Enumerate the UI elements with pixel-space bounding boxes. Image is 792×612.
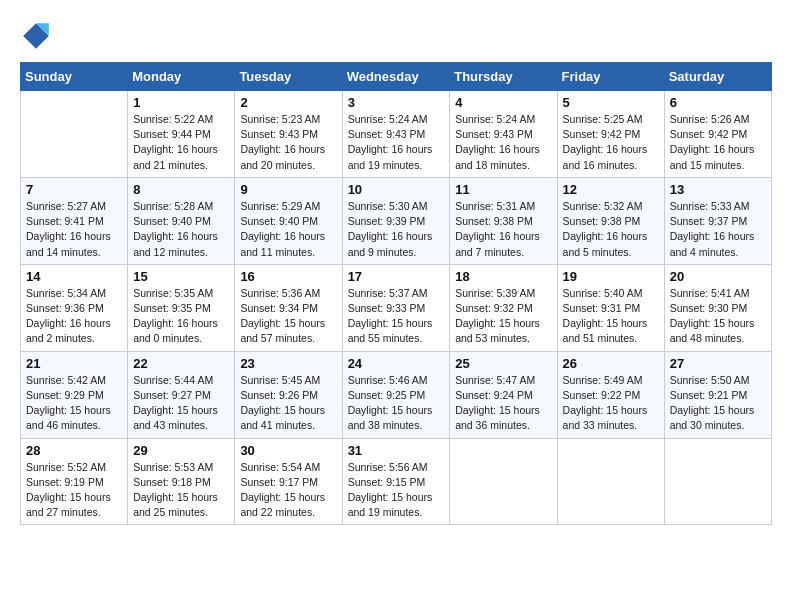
calendar-cell: 27Sunrise: 5:50 AM Sunset: 9:21 PM Dayli… [664, 351, 771, 438]
day-number: 15 [133, 269, 229, 284]
day-number: 27 [670, 356, 766, 371]
day-info: Sunrise: 5:28 AM Sunset: 9:40 PM Dayligh… [133, 199, 229, 260]
calendar-cell: 10Sunrise: 5:30 AM Sunset: 9:39 PM Dayli… [342, 177, 450, 264]
day-info: Sunrise: 5:35 AM Sunset: 9:35 PM Dayligh… [133, 286, 229, 347]
day-info: Sunrise: 5:34 AM Sunset: 9:36 PM Dayligh… [26, 286, 122, 347]
calendar-cell [21, 91, 128, 178]
day-number: 28 [26, 443, 122, 458]
calendar-cell: 18Sunrise: 5:39 AM Sunset: 9:32 PM Dayli… [450, 264, 557, 351]
calendar-cell: 2Sunrise: 5:23 AM Sunset: 9:43 PM Daylig… [235, 91, 342, 178]
day-info: Sunrise: 5:54 AM Sunset: 9:17 PM Dayligh… [240, 460, 336, 521]
day-info: Sunrise: 5:25 AM Sunset: 9:42 PM Dayligh… [563, 112, 659, 173]
calendar-cell: 26Sunrise: 5:49 AM Sunset: 9:22 PM Dayli… [557, 351, 664, 438]
calendar-cell: 11Sunrise: 5:31 AM Sunset: 9:38 PM Dayli… [450, 177, 557, 264]
day-number: 3 [348, 95, 445, 110]
day-info: Sunrise: 5:52 AM Sunset: 9:19 PM Dayligh… [26, 460, 122, 521]
day-number: 17 [348, 269, 445, 284]
calendar-cell: 13Sunrise: 5:33 AM Sunset: 9:37 PM Dayli… [664, 177, 771, 264]
day-info: Sunrise: 5:32 AM Sunset: 9:38 PM Dayligh… [563, 199, 659, 260]
calendar-cell: 24Sunrise: 5:46 AM Sunset: 9:25 PM Dayli… [342, 351, 450, 438]
day-number: 11 [455, 182, 551, 197]
calendar-week-row: 1Sunrise: 5:22 AM Sunset: 9:44 PM Daylig… [21, 91, 772, 178]
day-info: Sunrise: 5:29 AM Sunset: 9:40 PM Dayligh… [240, 199, 336, 260]
calendar-cell: 3Sunrise: 5:24 AM Sunset: 9:43 PM Daylig… [342, 91, 450, 178]
day-number: 22 [133, 356, 229, 371]
day-number: 21 [26, 356, 122, 371]
day-info: Sunrise: 5:36 AM Sunset: 9:34 PM Dayligh… [240, 286, 336, 347]
day-number: 8 [133, 182, 229, 197]
calendar-table: SundayMondayTuesdayWednesdayThursdayFrid… [20, 62, 772, 525]
calendar-cell: 25Sunrise: 5:47 AM Sunset: 9:24 PM Dayli… [450, 351, 557, 438]
calendar-cell: 9Sunrise: 5:29 AM Sunset: 9:40 PM Daylig… [235, 177, 342, 264]
day-number: 16 [240, 269, 336, 284]
logo-icon [20, 20, 52, 52]
day-number: 5 [563, 95, 659, 110]
calendar-cell: 30Sunrise: 5:54 AM Sunset: 9:17 PM Dayli… [235, 438, 342, 525]
calendar-cell: 31Sunrise: 5:56 AM Sunset: 9:15 PM Dayli… [342, 438, 450, 525]
calendar-cell: 21Sunrise: 5:42 AM Sunset: 9:29 PM Dayli… [21, 351, 128, 438]
day-info: Sunrise: 5:53 AM Sunset: 9:18 PM Dayligh… [133, 460, 229, 521]
calendar-cell: 7Sunrise: 5:27 AM Sunset: 9:41 PM Daylig… [21, 177, 128, 264]
day-info: Sunrise: 5:24 AM Sunset: 9:43 PM Dayligh… [348, 112, 445, 173]
column-header-friday: Friday [557, 63, 664, 91]
day-info: Sunrise: 5:47 AM Sunset: 9:24 PM Dayligh… [455, 373, 551, 434]
day-info: Sunrise: 5:26 AM Sunset: 9:42 PM Dayligh… [670, 112, 766, 173]
calendar-cell: 19Sunrise: 5:40 AM Sunset: 9:31 PM Dayli… [557, 264, 664, 351]
calendar-cell: 29Sunrise: 5:53 AM Sunset: 9:18 PM Dayli… [128, 438, 235, 525]
calendar-week-row: 7Sunrise: 5:27 AM Sunset: 9:41 PM Daylig… [21, 177, 772, 264]
day-info: Sunrise: 5:46 AM Sunset: 9:25 PM Dayligh… [348, 373, 445, 434]
day-info: Sunrise: 5:56 AM Sunset: 9:15 PM Dayligh… [348, 460, 445, 521]
day-info: Sunrise: 5:42 AM Sunset: 9:29 PM Dayligh… [26, 373, 122, 434]
day-number: 1 [133, 95, 229, 110]
calendar-header-row: SundayMondayTuesdayWednesdayThursdayFrid… [21, 63, 772, 91]
day-info: Sunrise: 5:50 AM Sunset: 9:21 PM Dayligh… [670, 373, 766, 434]
calendar-week-row: 28Sunrise: 5:52 AM Sunset: 9:19 PM Dayli… [21, 438, 772, 525]
calendar-week-row: 21Sunrise: 5:42 AM Sunset: 9:29 PM Dayli… [21, 351, 772, 438]
day-number: 31 [348, 443, 445, 458]
calendar-cell [450, 438, 557, 525]
column-header-tuesday: Tuesday [235, 63, 342, 91]
day-number: 25 [455, 356, 551, 371]
day-number: 30 [240, 443, 336, 458]
day-number: 6 [670, 95, 766, 110]
day-number: 7 [26, 182, 122, 197]
calendar-cell [664, 438, 771, 525]
day-number: 12 [563, 182, 659, 197]
day-info: Sunrise: 5:22 AM Sunset: 9:44 PM Dayligh… [133, 112, 229, 173]
day-number: 20 [670, 269, 766, 284]
calendar-week-row: 14Sunrise: 5:34 AM Sunset: 9:36 PM Dayli… [21, 264, 772, 351]
calendar-cell: 15Sunrise: 5:35 AM Sunset: 9:35 PM Dayli… [128, 264, 235, 351]
day-info: Sunrise: 5:40 AM Sunset: 9:31 PM Dayligh… [563, 286, 659, 347]
day-info: Sunrise: 5:30 AM Sunset: 9:39 PM Dayligh… [348, 199, 445, 260]
day-info: Sunrise: 5:39 AM Sunset: 9:32 PM Dayligh… [455, 286, 551, 347]
day-number: 4 [455, 95, 551, 110]
column-header-sunday: Sunday [21, 63, 128, 91]
column-header-saturday: Saturday [664, 63, 771, 91]
day-number: 29 [133, 443, 229, 458]
day-number: 26 [563, 356, 659, 371]
day-info: Sunrise: 5:37 AM Sunset: 9:33 PM Dayligh… [348, 286, 445, 347]
calendar-cell: 20Sunrise: 5:41 AM Sunset: 9:30 PM Dayli… [664, 264, 771, 351]
logo [20, 20, 56, 52]
day-info: Sunrise: 5:49 AM Sunset: 9:22 PM Dayligh… [563, 373, 659, 434]
day-info: Sunrise: 5:33 AM Sunset: 9:37 PM Dayligh… [670, 199, 766, 260]
calendar-cell: 6Sunrise: 5:26 AM Sunset: 9:42 PM Daylig… [664, 91, 771, 178]
calendar-cell: 1Sunrise: 5:22 AM Sunset: 9:44 PM Daylig… [128, 91, 235, 178]
day-number: 14 [26, 269, 122, 284]
day-info: Sunrise: 5:23 AM Sunset: 9:43 PM Dayligh… [240, 112, 336, 173]
day-info: Sunrise: 5:44 AM Sunset: 9:27 PM Dayligh… [133, 373, 229, 434]
day-number: 13 [670, 182, 766, 197]
day-number: 24 [348, 356, 445, 371]
day-info: Sunrise: 5:27 AM Sunset: 9:41 PM Dayligh… [26, 199, 122, 260]
calendar-cell: 8Sunrise: 5:28 AM Sunset: 9:40 PM Daylig… [128, 177, 235, 264]
calendar-cell: 23Sunrise: 5:45 AM Sunset: 9:26 PM Dayli… [235, 351, 342, 438]
day-number: 2 [240, 95, 336, 110]
day-info: Sunrise: 5:24 AM Sunset: 9:43 PM Dayligh… [455, 112, 551, 173]
calendar-cell [557, 438, 664, 525]
day-info: Sunrise: 5:41 AM Sunset: 9:30 PM Dayligh… [670, 286, 766, 347]
day-number: 19 [563, 269, 659, 284]
column-header-thursday: Thursday [450, 63, 557, 91]
calendar-cell: 12Sunrise: 5:32 AM Sunset: 9:38 PM Dayli… [557, 177, 664, 264]
day-number: 23 [240, 356, 336, 371]
column-header-wednesday: Wednesday [342, 63, 450, 91]
